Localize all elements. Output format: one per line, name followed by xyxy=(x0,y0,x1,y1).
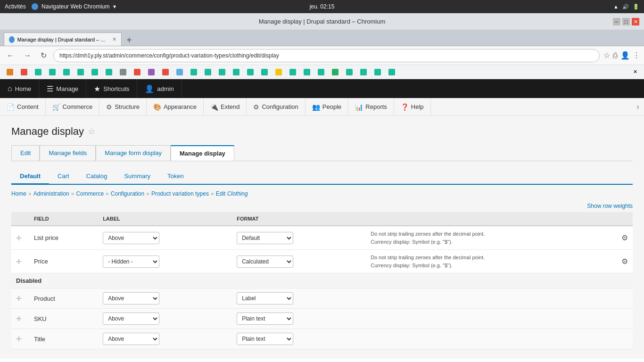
bookmark-14[interactable] xyxy=(188,68,200,76)
bookmark-13[interactable] xyxy=(173,68,186,76)
field-gear-price[interactable]: ⚙ xyxy=(617,250,633,273)
drag-handle-list-price[interactable]: ✛ xyxy=(11,226,29,250)
label-select-price[interactable]: Above - Hidden - Inline xyxy=(103,255,159,268)
toolbar-admin[interactable]: 👤 admin xyxy=(137,79,182,98)
sub-tab-cart[interactable]: Cart xyxy=(49,169,78,184)
menu-item-extend[interactable]: 🔌 Extend xyxy=(204,98,247,116)
maximize-button[interactable]: □ xyxy=(622,18,630,25)
breadcrumb-configuration[interactable]: Configuration xyxy=(111,190,144,197)
user-icon[interactable]: 👤 xyxy=(620,51,630,60)
bookmark-24[interactable] xyxy=(329,68,341,76)
drag-icon[interactable]: ✛ xyxy=(16,295,25,302)
drag-icon[interactable]: ✛ xyxy=(16,335,25,343)
sub-tab-default[interactable]: Default xyxy=(11,169,49,185)
bookmark-18[interactable] xyxy=(244,68,256,76)
bookmark-9[interactable] xyxy=(117,68,129,76)
bookmark-25[interactable] xyxy=(343,68,355,76)
reload-button[interactable]: ↻ xyxy=(38,50,50,61)
menu-item-configuration[interactable]: ⚙ Configuration xyxy=(247,98,305,116)
bookmark-icon[interactable]: ☆ xyxy=(603,51,610,60)
bookmark-22[interactable] xyxy=(301,68,313,76)
forward-button[interactable]: → xyxy=(21,50,34,61)
drag-handle-title[interactable]: ✛ xyxy=(11,329,29,349)
address-input[interactable] xyxy=(53,49,600,62)
format-select-price[interactable]: Default Calculated Plain text - Hidden - xyxy=(237,255,293,268)
show-row-weights-link[interactable]: Show row weights xyxy=(587,203,633,209)
new-tab-button[interactable]: + xyxy=(122,35,137,46)
activities-label[interactable]: Activités xyxy=(5,3,26,10)
menu-icon[interactable]: ⋮ xyxy=(633,51,640,60)
tab-edit[interactable]: Edit xyxy=(11,145,40,161)
menu-item-content[interactable]: 📄 Content xyxy=(0,98,46,116)
screen-capture-icon[interactable]: ⎙ xyxy=(613,51,618,60)
breadcrumb-product-variation-types[interactable]: Product variation types xyxy=(151,190,209,197)
breadcrumb-home[interactable]: Home xyxy=(11,190,26,197)
gear-icon-price[interactable]: ⚙ xyxy=(621,257,628,265)
drag-icon[interactable]: ✛ xyxy=(16,258,25,265)
tab-manage-display[interactable]: Manage display xyxy=(171,145,234,161)
bookmark-7[interactable] xyxy=(89,68,101,76)
drag-icon[interactable]: ✛ xyxy=(16,234,25,242)
bookmark-27[interactable] xyxy=(372,68,384,76)
bookmark-28[interactable] xyxy=(386,68,398,76)
menu-item-structure[interactable]: ⚙ Structure xyxy=(99,98,147,116)
drag-icon[interactable]: ✛ xyxy=(16,315,25,322)
tab-close-button[interactable]: ✕ xyxy=(112,36,116,42)
label-select-product[interactable]: Above - Hidden - Inline xyxy=(103,292,159,304)
admin-menu-expander[interactable]: › xyxy=(632,102,644,112)
drag-handle-price[interactable]: ✛ xyxy=(11,250,29,273)
toolbar-shortcuts[interactable]: ★ Shortcuts xyxy=(86,79,137,98)
format-select-title[interactable]: Plain text - Hidden - xyxy=(237,333,293,345)
sub-tab-token[interactable]: Token xyxy=(159,169,192,184)
back-button[interactable]: ← xyxy=(4,50,17,61)
tab-manage-form-display[interactable]: Manage form display xyxy=(96,145,171,161)
bookmark-2[interactable] xyxy=(18,68,30,76)
bookmark-21[interactable] xyxy=(287,68,299,76)
label-select-list-price[interactable]: Above - Hidden - Inline xyxy=(103,232,159,244)
menu-item-reports[interactable]: 📊 Reports xyxy=(348,98,394,116)
toolbar-manage[interactable]: ☰ Manage xyxy=(39,79,86,98)
bookmark-4[interactable] xyxy=(46,68,58,76)
bookmark-1[interactable] xyxy=(4,68,16,76)
bookmark-11[interactable] xyxy=(145,68,157,76)
bookmark-10[interactable] xyxy=(131,68,143,76)
format-select-product[interactable]: Label Plain text - Hidden - xyxy=(237,292,293,304)
toolbar-home[interactable]: ⌂ Home xyxy=(0,79,39,98)
bookmark-3[interactable] xyxy=(32,68,44,76)
gear-icon-list-price[interactable]: ⚙ xyxy=(621,234,628,242)
bookmark-12[interactable] xyxy=(159,68,172,76)
browser-tab[interactable]: Manage display | Drupal standard – Chrom… xyxy=(4,33,122,46)
tab-manage-fields[interactable]: Manage fields xyxy=(40,145,96,161)
bookmark-8[interactable] xyxy=(103,68,115,76)
bookmark-19[interactable] xyxy=(258,68,271,76)
breadcrumb-edit[interactable]: Edit Clothing xyxy=(216,190,248,197)
menu-item-people[interactable]: 👥 People xyxy=(305,98,348,116)
breadcrumb-administration[interactable]: Administration xyxy=(33,190,69,197)
menu-item-help[interactable]: ❓ Help xyxy=(394,98,431,116)
sub-tab-summary[interactable]: Summary xyxy=(116,169,159,184)
format-select-sku[interactable]: Plain text - Hidden - xyxy=(237,313,293,325)
bookmark-20[interactable] xyxy=(272,68,285,76)
menu-item-commerce[interactable]: 🛒 Commerce xyxy=(46,98,100,116)
sub-tab-catalog[interactable]: Catalog xyxy=(78,169,116,184)
close-button[interactable]: ✕ xyxy=(632,18,639,25)
bookmark-16[interactable] xyxy=(216,68,228,76)
window-controls[interactable]: ─ □ ✕ xyxy=(613,18,639,25)
bookmark-26[interactable] xyxy=(357,68,370,76)
bookmark-23[interactable] xyxy=(315,68,327,76)
drag-handle-sku[interactable]: ✛ xyxy=(11,309,29,329)
label-select-title[interactable]: Above - Hidden - Inline xyxy=(103,333,159,345)
label-select-sku[interactable]: Above - Hidden - Inline xyxy=(103,313,159,325)
bookmark-15[interactable] xyxy=(202,68,214,76)
menu-item-appearance[interactable]: 🎨 Appearance xyxy=(147,98,204,116)
bookmark-5[interactable] xyxy=(60,68,73,76)
format-select-list-price[interactable]: Default Calculated Plain text - Hidden - xyxy=(237,232,293,244)
drag-handle-product[interactable]: ✛ xyxy=(11,288,29,309)
bookmark-x[interactable]: ✕ xyxy=(630,68,640,76)
bookmark-6[interactable] xyxy=(74,68,87,76)
favorite-icon[interactable]: ☆ xyxy=(88,126,95,137)
bookmark-17[interactable] xyxy=(230,68,242,76)
field-gear-list-price[interactable]: ⚙ xyxy=(617,226,633,250)
minimize-button[interactable]: ─ xyxy=(613,18,620,25)
breadcrumb-commerce[interactable]: Commerce xyxy=(76,190,104,197)
